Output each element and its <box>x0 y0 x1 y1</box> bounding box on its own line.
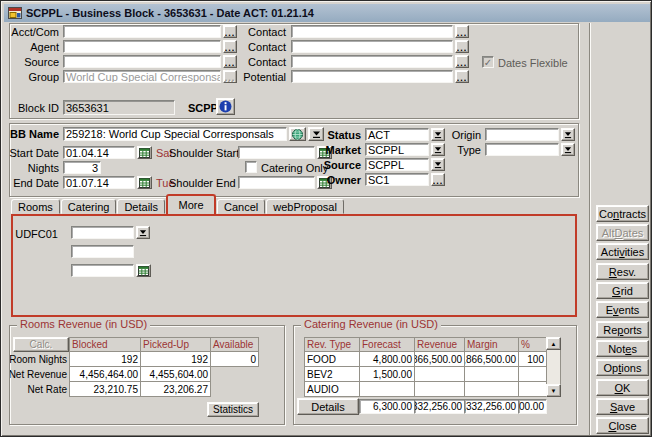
catering-only-checkbox[interactable] <box>245 161 257 173</box>
bb-name-label: BB Name <box>9 128 59 141</box>
status-label: Status <box>323 129 361 142</box>
catering-col-revenue: Revenue <box>414 337 465 352</box>
net-rate-label: Net Rate <box>9 381 70 397</box>
market-field[interactable]: SCPPL <box>365 143 429 156</box>
catering-total-margin: 6,332,256.00 <box>464 399 519 414</box>
type-field[interactable] <box>485 143 559 156</box>
statistics-button[interactable]: Statistics <box>207 402 259 417</box>
tab-catering[interactable]: Catering <box>61 199 117 214</box>
activities-button[interactable]: Activities <box>596 243 649 260</box>
tab-details[interactable]: Details <box>117 199 165 214</box>
more-text-field[interactable] <box>71 245 134 258</box>
net-revenue-label: Net Revenue <box>9 366 70 382</box>
notes-button[interactable]: Notes <box>596 340 649 357</box>
contact2-browse-button[interactable]: ... <box>455 40 469 53</box>
tab-rooms[interactable]: Rooms <box>11 199 60 214</box>
nights-label: Nights <box>9 162 59 175</box>
details-button[interactable]: Details <box>297 398 359 415</box>
type-lov-button[interactable] <box>561 143 575 156</box>
end-date-calendar-button[interactable] <box>137 176 152 189</box>
contact1-field[interactable] <box>291 25 453 38</box>
app-icon <box>8 6 22 20</box>
start-date-calendar-button[interactable] <box>137 146 152 159</box>
save-button[interactable]: Save <box>596 398 649 415</box>
nights-field[interactable]: 3 <box>63 161 101 174</box>
calc-button[interactable]: Calc. <box>13 337 69 352</box>
tab-more[interactable]: More <box>166 194 216 214</box>
origin-lov-button[interactable] <box>561 128 575 141</box>
acct-com-label: Acct/Com <box>9 26 59 39</box>
more-date-field[interactable] <box>71 264 134 277</box>
shoulder-start-field[interactable] <box>238 146 315 159</box>
options-button[interactable]: Options <box>596 359 649 376</box>
catering-row-bev2-revenue <box>414 366 465 382</box>
bb-source-field[interactable]: SCPPL <box>365 158 429 171</box>
shoulder-start-label: Shoulder Start <box>169 147 234 160</box>
shoulder-end-label: Shoulder End <box>169 177 234 190</box>
catering-row-bev2-margin <box>464 366 519 382</box>
alt-dates-button: Alt Dates <box>596 224 649 241</box>
status-field[interactable]: ACT <box>365 128 429 141</box>
room-nights-blocked: 192 <box>69 351 141 367</box>
end-date-field[interactable]: 01.07.14 <box>63 176 135 189</box>
shoulder-end-field[interactable] <box>238 176 315 189</box>
contact3-field[interactable] <box>291 55 453 68</box>
contact3-label: Contact <box>231 56 286 69</box>
contact3-browse-button[interactable]: ... <box>455 55 469 68</box>
origin-label: Origin <box>441 129 481 142</box>
catering-row-audio-forecast <box>359 381 415 397</box>
scroll-down-button[interactable]: ▼ <box>546 384 561 397</box>
tab-cancel[interactable]: Cancel <box>217 199 265 214</box>
bb-source-lov-button[interactable] <box>431 158 445 171</box>
events-button[interactable]: Events <box>596 301 649 318</box>
ok-button[interactable]: OK <box>596 379 649 396</box>
resv-button[interactable]: Resv. <box>596 263 649 280</box>
type-label: Type <box>441 144 481 157</box>
contact2-field[interactable] <box>291 40 453 53</box>
agent-field[interactable] <box>63 40 221 53</box>
contact1-browse-button[interactable]: ... <box>455 25 469 38</box>
udfc01-field[interactable] <box>71 226 134 239</box>
catering-row-food-type: FOOD <box>304 351 360 367</box>
catering-row-food-margin: 9,866,500.00 <box>464 351 519 367</box>
business-block-window: SCPPL - Business Block - 3653631 - Date … <box>0 0 652 437</box>
scroll-up-button[interactable]: ▲ <box>546 337 561 350</box>
bb-name-lov-button[interactable] <box>308 127 324 141</box>
bb-name-field[interactable]: 259218: World Cup Special Corresponsals <box>63 127 287 141</box>
globe-button[interactable] <box>289 127 306 141</box>
owner-field[interactable]: SC1 <box>365 173 429 186</box>
catering-row-bev2-pct <box>518 366 547 382</box>
reports-button[interactable]: Reports <box>596 321 649 338</box>
catering-row-food-forecast: 4,800.00 <box>359 351 415 367</box>
dates-flexible-checkbox[interactable]: ✓ <box>482 56 494 68</box>
owner-browse-button[interactable]: ... <box>431 173 445 186</box>
catering-col-forecast: Forecast <box>359 337 415 352</box>
udfc01-lov-button[interactable] <box>136 226 150 239</box>
bb-source-label: Source <box>323 159 361 172</box>
catering-revenue-title: Catering Revenue (in USD) <box>301 318 441 331</box>
potential-browse-button[interactable]: ... <box>455 70 469 83</box>
contracts-button[interactable]: Contracts <box>596 205 649 222</box>
acct-com-field[interactable] <box>63 25 221 38</box>
potential-field[interactable] <box>291 70 453 83</box>
group-label: Group <box>9 71 59 84</box>
contact1-label: Contact <box>231 26 286 39</box>
globe-icon <box>292 129 303 140</box>
close-button[interactable]: Close <box>596 417 649 434</box>
rooms-revenue-title: Rooms Revenue (in USD) <box>17 318 150 331</box>
tab-webproposal[interactable]: webProposal <box>266 199 344 214</box>
room-nights-available: 0 <box>210 351 259 367</box>
start-date-field[interactable]: 01.04.14 <box>63 146 135 159</box>
catering-row-audio-type: AUDIO <box>304 381 360 397</box>
more-date-calendar-button[interactable] <box>136 264 151 277</box>
origin-field[interactable] <box>485 128 559 141</box>
info-button[interactable] <box>216 98 235 115</box>
grid-button[interactable]: Grid <box>596 282 649 299</box>
group-field[interactable]: World Cup Special Corresponsals <box>63 70 221 83</box>
catering-total-pct: 100.00 <box>518 399 547 414</box>
rooms-col-pickedup: Picked-Up <box>140 337 211 352</box>
window-title: SCPPL - Business Block - 3653631 - Date … <box>26 7 314 19</box>
source-field[interactable] <box>63 55 221 68</box>
net-revenue-blocked: 4,456,464.00 <box>69 366 141 382</box>
catering-scrollbar-track[interactable] <box>546 350 561 384</box>
